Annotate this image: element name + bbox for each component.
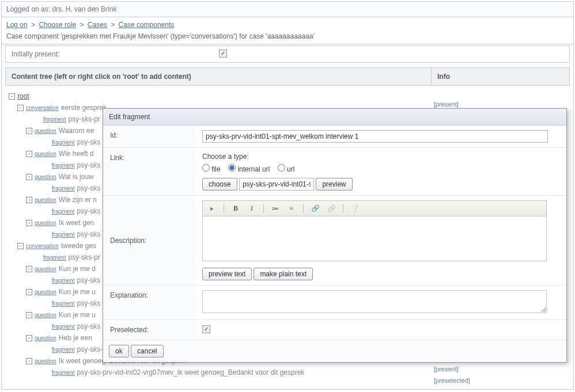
tree-node[interactable]: Kun je me u <box>59 288 96 296</box>
link-value-input[interactable] <box>239 178 314 191</box>
ok-button[interactable]: ok <box>109 345 129 357</box>
toggle-icon[interactable]: − <box>26 335 32 341</box>
tree-node[interactable]: psy-sks <box>77 276 100 284</box>
tree-node[interactable]: psy-sks <box>77 322 100 330</box>
radio-internal-url[interactable]: internal url <box>228 165 270 173</box>
radio-url[interactable]: url <box>278 165 295 173</box>
toolbar-expand-icon[interactable]: ▸ <box>206 203 218 214</box>
node-type-question[interactable]: question <box>35 128 56 134</box>
tree-node[interactable]: psy-sks-pr <box>68 115 100 123</box>
tree-node[interactable]: psy-sks <box>77 184 100 192</box>
toggle-icon[interactable]: − <box>26 197 32 203</box>
node-type-question[interactable]: question <box>35 151 56 157</box>
toggle-icon[interactable]: − <box>26 174 32 180</box>
breadcrumb-cases[interactable]: Cases <box>88 21 107 29</box>
tree-node[interactable]: psy-sks <box>77 207 100 215</box>
status-preselected[interactable]: [preselected] <box>434 377 470 384</box>
node-type-fragment[interactable]: fragment <box>52 370 74 376</box>
editor-toolbar: ▸ B I ≔ ≡ 🔗 🔗 ❔ <box>202 200 547 216</box>
node-type-question[interactable]: question <box>35 266 56 272</box>
tree-node[interactable]: Waarom ee <box>59 127 94 135</box>
logged-on-text: Logged on as: drs. H. van den Brink <box>2 2 573 17</box>
breadcrumb-sep: > <box>111 21 115 29</box>
cancel-button[interactable]: cancel <box>131 345 164 357</box>
node-type-question[interactable]: question <box>35 312 56 318</box>
explanation-textarea[interactable] <box>202 290 547 313</box>
node-type-fragment[interactable]: fragment <box>52 277 74 284</box>
tree-node[interactable]: psy-sks-pr <box>68 253 100 261</box>
tree-node[interactable]: Wat is jouw <box>59 173 94 181</box>
node-type-fragment[interactable]: fragment <box>52 300 74 307</box>
info-header: Info <box>432 67 570 86</box>
node-type-fragment[interactable]: fragment <box>52 324 74 330</box>
node-type-conversation[interactable]: conversation <box>26 105 59 111</box>
node-type-fragment[interactable]: fragment <box>43 254 66 261</box>
node-type-fragment[interactable]: fragment <box>52 208 74 215</box>
unlink-icon[interactable]: 🔗 <box>326 203 337 214</box>
radio-file[interactable]: file <box>202 165 221 173</box>
bold-icon[interactable]: B <box>230 203 241 214</box>
tree-node[interactable]: Heb je een <box>59 334 92 342</box>
toggle-icon[interactable]: − <box>26 266 32 272</box>
tree-node[interactable]: Kun je me u <box>59 311 96 319</box>
initially-present-row: Initially present: ✓ <box>5 45 570 63</box>
tree-root[interactable]: root <box>17 92 29 100</box>
breadcrumb-components[interactable]: Case components <box>119 21 175 29</box>
toggle-icon[interactable]: − <box>17 105 24 111</box>
node-type-fragment[interactable]: fragment <box>52 139 74 146</box>
node-type-question[interactable]: question <box>35 174 56 180</box>
tree-node[interactable]: tweede ges <box>61 242 96 250</box>
unordered-list-icon[interactable]: ≡ <box>286 203 297 214</box>
node-type-fragment[interactable]: fragment <box>43 116 66 123</box>
node-type-conversation[interactable]: conversation <box>26 243 59 249</box>
make-plain-text-button[interactable]: make plain text <box>254 268 313 280</box>
ordered-list-icon[interactable]: ≔ <box>270 203 281 214</box>
modal-title: Edit fragment <box>103 109 566 125</box>
tree-node[interactable]: Kun je me d <box>59 265 96 273</box>
toggle-icon[interactable]: − <box>9 93 15 100</box>
node-type-question[interactable]: question <box>35 335 56 341</box>
toggle-icon[interactable]: − <box>17 243 24 249</box>
tree-node[interactable]: eerste gesprek <box>61 104 107 112</box>
preselected-checkbox[interactable]: ✓ <box>202 325 210 333</box>
toggle-icon[interactable]: − <box>26 220 32 226</box>
choose-button[interactable]: choose <box>202 178 237 191</box>
tree-node[interactable]: psy-sks <box>77 299 100 307</box>
node-type-question[interactable]: question <box>35 220 56 226</box>
link-icon[interactable]: 🔗 <box>309 203 321 214</box>
toggle-icon[interactable]: − <box>26 128 32 134</box>
italic-icon[interactable]: I <box>246 203 258 214</box>
initially-present-checkbox[interactable]: ✓ <box>219 50 227 58</box>
tree-node[interactable]: Wie zijn er n <box>59 196 97 204</box>
choose-type-label: Choose a type: <box>202 153 559 161</box>
breadcrumb-sep: > <box>31 21 35 29</box>
description-editor[interactable] <box>202 216 547 261</box>
node-type-fragment[interactable]: fragment <box>52 347 74 353</box>
tree-node[interactable]: Wie heeft d <box>59 150 94 158</box>
status-present[interactable]: [present] <box>434 101 459 108</box>
content-tree-header: Content tree (left or right click on 'ro… <box>5 67 432 86</box>
preview-text-button[interactable]: preview text <box>202 268 252 280</box>
node-type-fragment[interactable]: fragment <box>52 185 74 192</box>
preview-button[interactable]: preview <box>316 178 352 191</box>
toggle-icon[interactable]: − <box>26 312 32 318</box>
node-type-question[interactable]: question <box>35 197 56 203</box>
toggle-icon[interactable]: − <box>26 151 32 157</box>
status-present[interactable]: [present] <box>434 366 459 372</box>
node-type-question[interactable]: question <box>35 289 56 295</box>
breadcrumb-logon[interactable]: Log on <box>6 21 28 29</box>
tree-node[interactable]: Ik weet gen <box>59 219 94 227</box>
breadcrumb-role[interactable]: Choose role <box>39 21 76 29</box>
tree-node[interactable]: psy-sks <box>77 230 100 238</box>
help-icon[interactable]: ❔ <box>349 203 361 214</box>
id-input[interactable] <box>202 130 548 143</box>
tree-node[interactable]: psy-sks-prv-vid-int02-vrg07mev_Ik weet g… <box>77 368 304 376</box>
toggle-icon[interactable]: − <box>26 358 32 364</box>
node-type-question[interactable]: question <box>35 358 56 364</box>
toggle-icon[interactable]: − <box>26 289 32 295</box>
tree-node[interactable]: psy-sks <box>77 138 100 146</box>
node-type-fragment[interactable]: fragment <box>52 231 74 238</box>
link-label: Link: <box>103 148 195 196</box>
node-type-fragment[interactable]: fragment <box>52 162 74 169</box>
tree-node[interactable]: psy-sks <box>77 161 100 169</box>
